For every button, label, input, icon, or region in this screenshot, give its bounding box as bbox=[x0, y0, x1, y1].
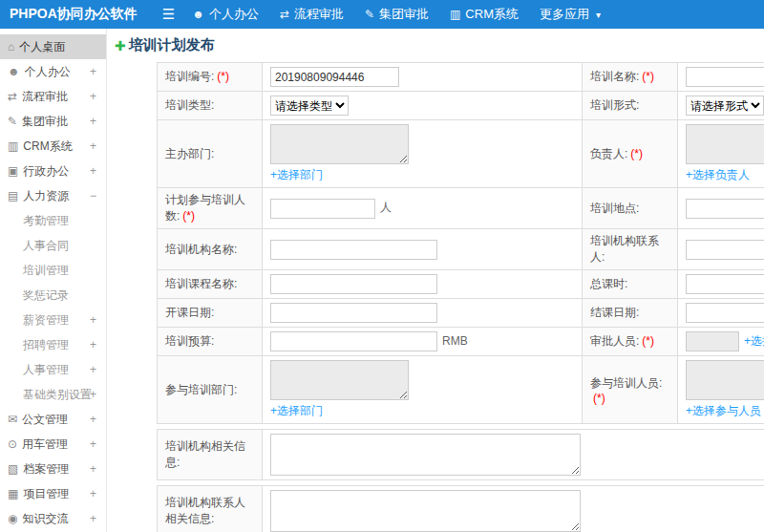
approver-input[interactable] bbox=[686, 331, 739, 351]
expand-plus-icon[interactable]: + bbox=[90, 506, 96, 531]
sidebar-item-archive-mgmt[interactable]: ▧档案管理 + bbox=[0, 457, 106, 481]
nav-label: 个人办公 bbox=[209, 6, 259, 23]
org-contact-input[interactable] bbox=[686, 240, 764, 260]
sidebar-item-knowledge-exchange[interactable]: ◉知识交流 + bbox=[0, 506, 106, 531]
chat-icon: ◉ bbox=[8, 512, 17, 525]
nav-label: 集团审批 bbox=[379, 6, 429, 23]
table-row: 培训类型: 请选择类型 培训形式: 请选择形式 bbox=[158, 92, 764, 120]
training-name-input[interactable] bbox=[686, 67, 764, 87]
join-people-textarea[interactable] bbox=[686, 360, 764, 400]
sidebar-item-personal-desktop[interactable]: ⌂个人桌面 bbox=[0, 34, 106, 59]
menu-icon[interactable]: ☰ bbox=[162, 0, 175, 29]
sidebar-item-group-approval[interactable]: ✎集团审批 + bbox=[0, 109, 106, 134]
location-label: 培训地点: bbox=[583, 188, 678, 229]
budget-input[interactable] bbox=[270, 331, 437, 351]
required-mark: (*) bbox=[593, 392, 605, 405]
nav-group-approval[interactable]: ✎ 集团审批 bbox=[365, 6, 429, 23]
sidebar-item-recruit-mgmt[interactable]: 招聘管理 + bbox=[0, 332, 106, 357]
desktop-icon: ⌂ bbox=[8, 40, 14, 53]
sidebar: ⌂个人桌面 ☻个人办公 + ⇄流程审批 + ✎集团审批 + ▥CRM系统 + ▣… bbox=[0, 29, 107, 532]
approver-label: 审批人员:(*) bbox=[583, 328, 678, 356]
expand-plus-icon[interactable]: + bbox=[90, 407, 96, 432]
training-type-select[interactable]: 请选择类型 bbox=[270, 96, 349, 116]
folder-icon: ▧ bbox=[8, 462, 18, 476]
expand-plus-icon[interactable]: + bbox=[90, 382, 96, 407]
sidebar-item-base-category-settings[interactable]: 基础类别设置 + bbox=[0, 382, 106, 407]
sidebar-item-label: 人事管理 bbox=[23, 363, 69, 376]
nav-process-approval[interactable]: ⇄ 流程审批 bbox=[280, 6, 344, 23]
required-mark: (*) bbox=[182, 209, 195, 223]
training-number-label: 培训编号:(*) bbox=[158, 63, 263, 92]
person-icon: ☻ bbox=[192, 8, 204, 21]
required-mark: (*) bbox=[642, 70, 654, 83]
expand-plus-icon[interactable]: + bbox=[90, 59, 96, 84]
select-dept-link[interactable]: +选择部门 bbox=[270, 167, 323, 183]
nav-label: 更多应用 bbox=[540, 6, 589, 23]
table-row: 培训机构相关信息: bbox=[158, 430, 764, 480]
sidebar-item-training-mgmt[interactable]: 培训管理 bbox=[0, 258, 106, 283]
expand-plus-icon[interactable]: + bbox=[90, 109, 96, 134]
org-contact-info-textarea[interactable] bbox=[270, 490, 581, 532]
sidebar-item-hr-contract[interactable]: 人事合同 bbox=[0, 233, 106, 258]
total-hours-input[interactable] bbox=[686, 274, 764, 294]
form-table-wide: 培训机构联系人相关信息: bbox=[157, 485, 764, 532]
sidebar-item-personal-office[interactable]: ☻个人办公 + bbox=[0, 59, 106, 84]
table-row: 参与培训部门: +选择部门 参与培训人员:(*) +选择参与人员 bbox=[158, 356, 764, 424]
training-mode-label: 培训形式: bbox=[583, 92, 678, 120]
nav-more-apps[interactable]: 更多应用 ▾ bbox=[540, 6, 601, 23]
sidebar-item-label: 人力资源 bbox=[23, 189, 69, 202]
sidebar-item-crm-system[interactable]: ▥CRM系统 + bbox=[0, 134, 106, 159]
location-input[interactable] bbox=[686, 199, 764, 219]
host-dept-label: 主办部门: bbox=[158, 120, 263, 188]
top-nav: ☻ 个人办公 ⇄ 流程审批 ✎ 集团审批 ▥ CRM系统 更多应用 ▾ bbox=[192, 6, 622, 23]
sidebar-item-attendance-mgmt[interactable]: 考勤管理 bbox=[0, 208, 106, 233]
sidebar-item-document-mgmt[interactable]: ✉公文管理 + bbox=[0, 407, 106, 432]
training-mode-select[interactable]: 请选择形式 bbox=[686, 96, 764, 116]
sidebar-item-label: 基础类别设置 bbox=[23, 388, 92, 401]
sidebar-item-reward-punish-record[interactable]: 奖惩记录 bbox=[0, 283, 106, 308]
sidebar-item-admin-office[interactable]: ▣行政办公 + bbox=[0, 159, 106, 183]
project-icon: ▦ bbox=[8, 487, 18, 500]
end-date-input[interactable] bbox=[686, 303, 764, 323]
expand-plus-icon[interactable]: + bbox=[90, 84, 96, 109]
expand-plus-icon[interactable]: + bbox=[90, 308, 96, 332]
expand-plus-icon[interactable]: + bbox=[90, 134, 96, 159]
expand-plus-icon[interactable]: + bbox=[90, 357, 96, 382]
org-contact-info-label: 培训机构联系人相关信息: bbox=[158, 486, 263, 532]
edit-icon: ✎ bbox=[365, 8, 374, 21]
expand-plus-icon[interactable]: + bbox=[90, 481, 96, 506]
leader-textarea[interactable] bbox=[686, 124, 764, 164]
join-dept-textarea[interactable] bbox=[270, 360, 409, 400]
expand-plus-icon[interactable]: + bbox=[90, 332, 96, 357]
expand-plus-icon[interactable]: + bbox=[90, 159, 96, 183]
sidebar-item-process-approval[interactable]: ⇄流程审批 + bbox=[0, 84, 106, 109]
participant-count-input[interactable] bbox=[270, 199, 375, 219]
sidebar-item-vehicle-mgmt[interactable]: ⊙用车管理 + bbox=[0, 432, 106, 457]
collapse-minus-icon[interactable]: − bbox=[90, 183, 96, 208]
nav-personal-office[interactable]: ☻ 个人办公 bbox=[192, 6, 259, 23]
course-name-input[interactable] bbox=[270, 274, 437, 294]
training-number-input[interactable] bbox=[270, 67, 399, 87]
start-date-label: 开课日期: bbox=[158, 299, 263, 328]
sidebar-item-human-resources[interactable]: ▤人力资源 − bbox=[0, 183, 106, 208]
expand-plus-icon[interactable]: + bbox=[90, 457, 96, 481]
topbar: PHPOA协同办公软件 ☰ ☻ 个人办公 ⇄ 流程审批 ✎ 集团审批 ▥ CRM… bbox=[0, 0, 764, 29]
sidebar-item-project-mgmt[interactable]: ▦项目管理 + bbox=[0, 481, 106, 506]
host-dept-textarea[interactable] bbox=[270, 124, 409, 164]
chart-icon: ▥ bbox=[8, 139, 18, 153]
sidebar-item-label: 培训管理 bbox=[23, 264, 69, 277]
nav-crm-system[interactable]: ▥ CRM系统 bbox=[450, 6, 519, 23]
select-approver-link[interactable]: +选择审批 bbox=[744, 334, 764, 348]
sidebar-item-personnel-mgmt[interactable]: 人事管理 + bbox=[0, 357, 106, 382]
form-table-wide: 培训机构相关信息: bbox=[157, 429, 764, 480]
org-name-input[interactable] bbox=[270, 240, 437, 260]
org-info-textarea[interactable] bbox=[270, 434, 581, 476]
start-date-input[interactable] bbox=[270, 303, 437, 323]
table-row: 培训课程名称: 总课时: bbox=[158, 270, 764, 299]
select-leader-link[interactable]: +选择负责人 bbox=[686, 167, 750, 183]
select-dept-link[interactable]: +选择部门 bbox=[270, 403, 323, 419]
sidebar-item-salary-mgmt[interactable]: 薪资管理 + bbox=[0, 308, 106, 332]
expand-plus-icon[interactable]: + bbox=[90, 432, 96, 457]
select-participants-link[interactable]: +选择参与人员 bbox=[686, 403, 761, 419]
unit-person: 人 bbox=[380, 201, 392, 214]
